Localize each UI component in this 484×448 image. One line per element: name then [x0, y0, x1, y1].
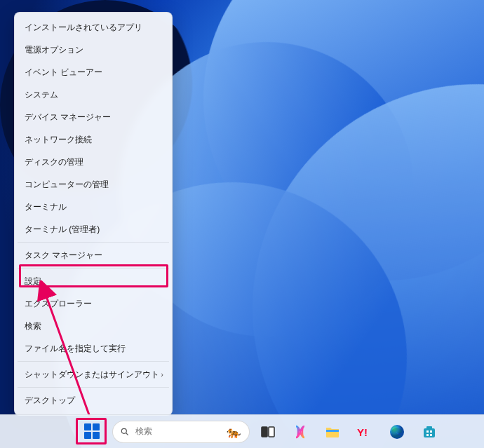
task-view-button[interactable] — [254, 418, 282, 446]
file-explorer-button[interactable] — [318, 418, 347, 446]
context-menu-item[interactable]: ネットワーク接続 — [16, 128, 170, 151]
context-menu-item[interactable]: エクスプローラー — [16, 292, 170, 315]
yahoo-icon: Y! — [356, 423, 373, 440]
svg-text:Y!: Y! — [357, 426, 368, 438]
svg-rect-14 — [430, 434, 432, 436]
svg-rect-5 — [269, 427, 274, 437]
context-menu-item[interactable]: コンピューターの管理 — [16, 173, 170, 196]
microsoft-store-icon — [421, 423, 438, 440]
edge-button[interactable] — [383, 418, 411, 446]
menu-item-label: 電源オプション — [25, 44, 83, 56]
context-menu-item[interactable]: 電源オプション — [16, 39, 170, 61]
menu-separator — [18, 387, 169, 388]
search-icon — [120, 427, 130, 437]
menu-item-label: 検索 — [25, 320, 41, 332]
menu-item-label: ターミナル (管理者) — [25, 224, 100, 236]
context-menu-item[interactable]: デバイス マネージャー — [16, 106, 170, 128]
taskbar: 検索 🐅 — [0, 414, 484, 448]
copilot-button[interactable] — [286, 418, 314, 446]
menu-item-label: インストールされているアプリ — [25, 22, 142, 34]
menu-separator — [18, 361, 169, 362]
context-menu-item[interactable]: デスクトップ — [16, 389, 170, 412]
task-view-icon — [260, 423, 276, 440]
context-menu-item[interactable]: システム — [16, 83, 170, 106]
start-button[interactable] — [81, 421, 102, 442]
svg-rect-13 — [426, 434, 429, 436]
copilot-icon — [292, 423, 309, 440]
svg-rect-10 — [426, 426, 432, 429]
menu-item-label: シャットダウンまたはサインアウト — [25, 369, 159, 381]
svg-line-2 — [126, 433, 128, 435]
menu-item-label: ディスクの管理 — [25, 156, 83, 168]
svg-point-1 — [121, 428, 126, 433]
menu-item-label: ネットワーク接続 — [25, 134, 92, 146]
context-menu-item[interactable]: ターミナル (管理者) — [16, 218, 170, 240]
context-menu-item[interactable]: シャットダウンまたはサインアウト› — [16, 363, 170, 386]
context-menu-item[interactable]: タスク マネージャー — [16, 244, 170, 266]
menu-item-label: デバイス マネージャー — [25, 111, 111, 123]
search-doodle-icon: 🐅 — [227, 425, 242, 439]
menu-item-label: コンピューターの管理 — [25, 179, 109, 191]
svg-text:🐅: 🐅 — [227, 424, 241, 439]
start-context-menu: インストールされているアプリ電源オプションイベント ビューアーシステムデバイス … — [14, 12, 173, 416]
context-menu-item[interactable]: イベント ビューアー — [16, 61, 170, 83]
context-menu-item[interactable]: ディスクの管理 — [16, 151, 170, 173]
menu-item-label: 設定 — [25, 276, 41, 287]
file-explorer-icon — [324, 423, 341, 440]
microsoft-store-button[interactable] — [415, 418, 443, 446]
menu-item-label: イベント ビューアー — [25, 67, 102, 79]
context-menu-item[interactable]: インストールされているアプリ — [16, 16, 170, 39]
svg-rect-9 — [424, 428, 435, 437]
menu-item-label: エクスプローラー — [25, 298, 92, 310]
search-placeholder: 検索 — [135, 426, 221, 437]
menu-item-label: デスクトップ — [25, 395, 75, 407]
context-menu-item[interactable]: 検索 — [16, 315, 170, 337]
context-menu-item[interactable]: ターミナル — [16, 196, 170, 218]
menu-item-label: タスク マネージャー — [25, 250, 102, 262]
chevron-right-icon: › — [161, 370, 163, 379]
windows-logo-icon — [84, 423, 100, 439]
context-menu-item[interactable]: ファイル名を指定して実行 — [16, 337, 170, 360]
svg-rect-4 — [262, 427, 267, 437]
menu-item-label: システム — [25, 89, 58, 101]
svg-rect-11 — [426, 430, 429, 433]
menu-separator — [18, 242, 169, 243]
taskbar-search[interactable]: 検索 🐅 — [112, 421, 250, 443]
menu-item-label: ファイル名を指定して実行 — [25, 343, 126, 355]
svg-rect-6 — [326, 430, 339, 432]
menu-item-label: ターミナル — [25, 201, 67, 213]
context-menu-item[interactable]: 設定 — [16, 270, 170, 292]
yahoo-button[interactable]: Y! — [351, 418, 379, 446]
svg-rect-12 — [430, 430, 432, 433]
desktop: インストールされているアプリ電源オプションイベント ビューアーシステムデバイス … — [0, 0, 484, 448]
menu-separator — [18, 268, 169, 269]
edge-icon — [389, 423, 405, 440]
